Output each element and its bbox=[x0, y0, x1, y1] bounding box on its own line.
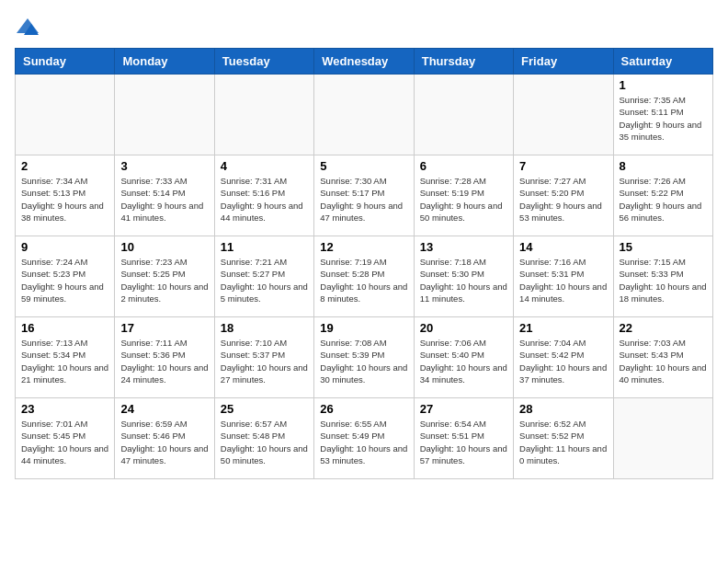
cell-week2-day2: 4Sunrise: 7:31 AM Sunset: 5:16 PM Daylig… bbox=[214, 155, 313, 236]
cell-week4-day2: 18Sunrise: 7:10 AM Sunset: 5:37 PM Dayli… bbox=[214, 317, 313, 398]
cell-week5-day2: 25Sunrise: 6:57 AM Sunset: 5:48 PM Dayli… bbox=[214, 398, 313, 479]
day-info: Sunrise: 7:08 AM Sunset: 5:39 PM Dayligh… bbox=[320, 337, 407, 385]
day-info: Sunrise: 7:19 AM Sunset: 5:28 PM Dayligh… bbox=[320, 256, 407, 304]
day-number: 11 bbox=[221, 240, 308, 254]
col-wednesday: Wednesday bbox=[314, 49, 414, 75]
day-info: Sunrise: 7:34 AM Sunset: 5:13 PM Dayligh… bbox=[21, 175, 108, 224]
cell-week5-day3: 26Sunrise: 6:55 AM Sunset: 5:49 PM Dayli… bbox=[314, 398, 414, 479]
cell-week2-day0: 2Sunrise: 7:34 AM Sunset: 5:13 PM Daylig… bbox=[16, 155, 115, 236]
page-header bbox=[15, 15, 713, 40]
day-info: Sunrise: 7:04 AM Sunset: 5:42 PM Dayligh… bbox=[519, 337, 607, 385]
day-number: 28 bbox=[519, 402, 607, 416]
day-info: Sunrise: 6:57 AM Sunset: 5:48 PM Dayligh… bbox=[221, 418, 308, 466]
cell-week1-day1 bbox=[115, 75, 214, 155]
day-number: 21 bbox=[519, 321, 607, 335]
cell-week5-day0: 23Sunrise: 7:01 AM Sunset: 5:45 PM Dayli… bbox=[16, 398, 115, 479]
cell-week4-day0: 16Sunrise: 7:13 AM Sunset: 5:34 PM Dayli… bbox=[16, 317, 115, 398]
cell-week3-day1: 10Sunrise: 7:23 AM Sunset: 5:25 PM Dayli… bbox=[115, 236, 214, 317]
week-row-3: 9Sunrise: 7:24 AM Sunset: 5:23 PM Daylig… bbox=[16, 236, 713, 317]
cell-week2-day4: 6Sunrise: 7:28 AM Sunset: 5:19 PM Daylig… bbox=[414, 155, 513, 236]
cell-week5-day4: 27Sunrise: 6:54 AM Sunset: 5:51 PM Dayli… bbox=[414, 398, 513, 479]
cell-week2-day5: 7Sunrise: 7:27 AM Sunset: 5:20 PM Daylig… bbox=[514, 155, 613, 236]
day-info: Sunrise: 7:30 AM Sunset: 5:17 PM Dayligh… bbox=[320, 175, 407, 224]
day-number: 15 bbox=[620, 240, 707, 254]
day-info: Sunrise: 7:18 AM Sunset: 5:30 PM Dayligh… bbox=[420, 256, 507, 304]
col-monday: Monday bbox=[115, 49, 214, 75]
day-info: Sunrise: 7:35 AM Sunset: 5:11 PM Dayligh… bbox=[620, 94, 707, 143]
day-info: Sunrise: 7:06 AM Sunset: 5:40 PM Dayligh… bbox=[420, 337, 507, 385]
day-number: 14 bbox=[519, 240, 607, 254]
cell-week4-day3: 19Sunrise: 7:08 AM Sunset: 5:39 PM Dayli… bbox=[314, 317, 414, 398]
day-number: 6 bbox=[420, 159, 507, 173]
day-number: 12 bbox=[320, 240, 407, 254]
cell-week5-day6 bbox=[613, 398, 712, 479]
day-info: Sunrise: 6:59 AM Sunset: 5:46 PM Dayligh… bbox=[120, 418, 208, 466]
day-info: Sunrise: 7:10 AM Sunset: 5:37 PM Dayligh… bbox=[221, 337, 308, 385]
day-number: 26 bbox=[320, 402, 407, 416]
calendar-header-row: Sunday Monday Tuesday Wednesday Thursday… bbox=[16, 49, 713, 75]
day-info: Sunrise: 7:23 AM Sunset: 5:25 PM Dayligh… bbox=[120, 256, 208, 304]
day-info: Sunrise: 7:11 AM Sunset: 5:36 PM Dayligh… bbox=[120, 337, 208, 385]
cell-week3-day0: 9Sunrise: 7:24 AM Sunset: 5:23 PM Daylig… bbox=[16, 236, 115, 317]
day-number: 5 bbox=[320, 159, 407, 173]
day-number: 20 bbox=[420, 321, 507, 335]
cell-week2-day1: 3Sunrise: 7:33 AM Sunset: 5:14 PM Daylig… bbox=[115, 155, 214, 236]
day-number: 25 bbox=[221, 402, 308, 416]
col-tuesday: Tuesday bbox=[214, 49, 313, 75]
day-info: Sunrise: 7:27 AM Sunset: 5:20 PM Dayligh… bbox=[519, 175, 607, 224]
day-number: 22 bbox=[620, 321, 707, 335]
cell-week4-day1: 17Sunrise: 7:11 AM Sunset: 5:36 PM Dayli… bbox=[115, 317, 214, 398]
cell-week4-day5: 21Sunrise: 7:04 AM Sunset: 5:42 PM Dayli… bbox=[514, 317, 613, 398]
day-info: Sunrise: 7:03 AM Sunset: 5:43 PM Dayligh… bbox=[620, 337, 707, 385]
cell-week1-day2 bbox=[214, 75, 313, 155]
col-friday: Friday bbox=[514, 49, 613, 75]
cell-week2-day6: 8Sunrise: 7:26 AM Sunset: 5:22 PM Daylig… bbox=[613, 155, 712, 236]
week-row-4: 16Sunrise: 7:13 AM Sunset: 5:34 PM Dayli… bbox=[16, 317, 713, 398]
logo-icon bbox=[15, 15, 40, 40]
cell-week1-day3 bbox=[314, 75, 414, 155]
cell-week5-day1: 24Sunrise: 6:59 AM Sunset: 5:46 PM Dayli… bbox=[115, 398, 214, 479]
day-number: 17 bbox=[120, 321, 208, 335]
day-number: 16 bbox=[21, 321, 108, 335]
col-sunday: Sunday bbox=[16, 49, 115, 75]
day-info: Sunrise: 7:31 AM Sunset: 5:16 PM Dayligh… bbox=[221, 175, 308, 224]
cell-week2-day3: 5Sunrise: 7:30 AM Sunset: 5:17 PM Daylig… bbox=[314, 155, 414, 236]
calendar-body: 1Sunrise: 7:35 AM Sunset: 5:11 PM Daylig… bbox=[16, 75, 713, 479]
cell-week3-day3: 12Sunrise: 7:19 AM Sunset: 5:28 PM Dayli… bbox=[314, 236, 414, 317]
week-row-2: 2Sunrise: 7:34 AM Sunset: 5:13 PM Daylig… bbox=[16, 155, 713, 236]
day-number: 1 bbox=[620, 78, 707, 92]
day-number: 7 bbox=[519, 159, 607, 173]
cell-week4-day4: 20Sunrise: 7:06 AM Sunset: 5:40 PM Dayli… bbox=[414, 317, 513, 398]
day-number: 27 bbox=[420, 402, 507, 416]
day-number: 2 bbox=[21, 159, 108, 173]
day-info: Sunrise: 7:15 AM Sunset: 5:33 PM Dayligh… bbox=[620, 256, 707, 304]
day-info: Sunrise: 6:54 AM Sunset: 5:51 PM Dayligh… bbox=[420, 418, 507, 466]
day-info: Sunrise: 7:26 AM Sunset: 5:22 PM Dayligh… bbox=[620, 175, 707, 224]
day-info: Sunrise: 7:24 AM Sunset: 5:23 PM Dayligh… bbox=[21, 256, 108, 304]
day-number: 24 bbox=[120, 402, 208, 416]
day-info: Sunrise: 7:33 AM Sunset: 5:14 PM Dayligh… bbox=[120, 175, 208, 224]
cell-week3-day2: 11Sunrise: 7:21 AM Sunset: 5:27 PM Dayli… bbox=[214, 236, 313, 317]
col-saturday: Saturday bbox=[613, 49, 712, 75]
day-number: 23 bbox=[21, 402, 108, 416]
calendar-table: Sunday Monday Tuesday Wednesday Thursday… bbox=[15, 48, 713, 479]
day-info: Sunrise: 7:16 AM Sunset: 5:31 PM Dayligh… bbox=[519, 256, 607, 304]
day-number: 9 bbox=[21, 240, 108, 254]
day-number: 13 bbox=[420, 240, 507, 254]
cell-week3-day6: 15Sunrise: 7:15 AM Sunset: 5:33 PM Dayli… bbox=[613, 236, 712, 317]
col-thursday: Thursday bbox=[414, 49, 513, 75]
cell-week5-day5: 28Sunrise: 6:52 AM Sunset: 5:52 PM Dayli… bbox=[514, 398, 613, 479]
cell-week4-day6: 22Sunrise: 7:03 AM Sunset: 5:43 PM Dayli… bbox=[613, 317, 712, 398]
cell-week3-day4: 13Sunrise: 7:18 AM Sunset: 5:30 PM Dayli… bbox=[414, 236, 513, 317]
day-info: Sunrise: 7:01 AM Sunset: 5:45 PM Dayligh… bbox=[21, 418, 108, 466]
day-info: Sunrise: 7:21 AM Sunset: 5:27 PM Dayligh… bbox=[221, 256, 308, 304]
cell-week1-day6: 1Sunrise: 7:35 AM Sunset: 5:11 PM Daylig… bbox=[613, 75, 712, 155]
logo bbox=[15, 15, 44, 40]
day-info: Sunrise: 7:13 AM Sunset: 5:34 PM Dayligh… bbox=[21, 337, 108, 385]
week-row-1: 1Sunrise: 7:35 AM Sunset: 5:11 PM Daylig… bbox=[16, 75, 713, 155]
day-number: 4 bbox=[221, 159, 308, 173]
cell-week1-day0 bbox=[16, 75, 115, 155]
day-number: 8 bbox=[620, 159, 707, 173]
cell-week1-day5 bbox=[514, 75, 613, 155]
cell-week1-day4 bbox=[414, 75, 513, 155]
